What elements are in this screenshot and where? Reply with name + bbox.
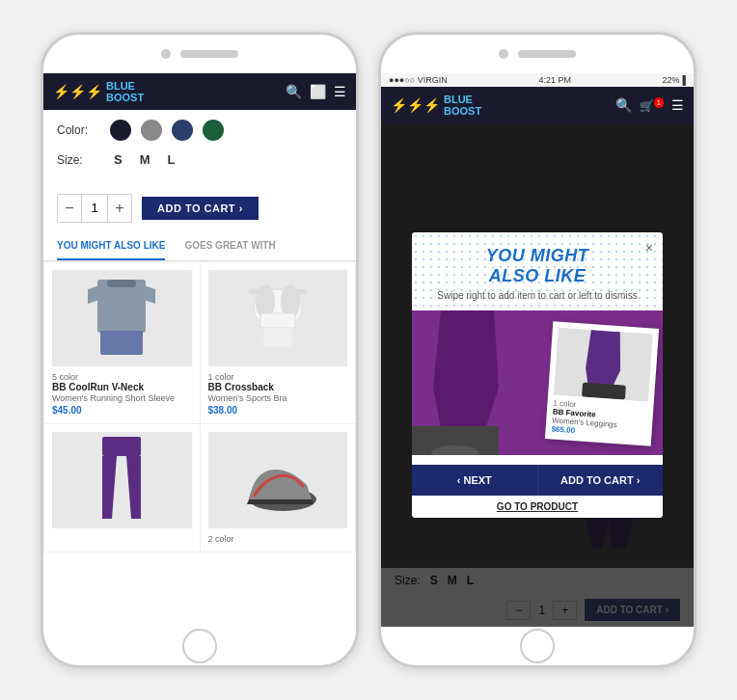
qty-value: 1 [81,195,108,222]
logo-text-2: BLUE BOOST [444,94,481,117]
size-l-button[interactable]: L [164,150,179,169]
size-s-button[interactable]: S [110,150,126,169]
svg-rect-12 [102,437,141,456]
product-type-2: Women's Sports Bra [208,393,348,403]
modal-close-button[interactable]: × [645,240,653,256]
product-options: Color: Size: S M L [43,110,356,188]
logo-1: ⚡⚡⚡ BLUE BOOST [53,80,144,103]
logo-line1: BLUE [106,80,144,92]
phone-1-screen: ⚡⚡⚡ BLUE BOOST 🔍 ⬜ ☰ Color: [43,73,356,627]
cart-icon[interactable]: ⬜ [310,84,326,99]
color-swatch-green[interactable] [203,120,224,141]
size-label: Size: [57,153,100,167]
phone-1-bottom-bar [43,627,356,665]
product-card-2: 1 color BB Crossback Women's Sports Bra … [201,262,356,423]
modal-title: YOU MIGHT ALSO LIKE [427,246,647,286]
battery-text: 22%▐ [663,75,686,85]
color-swatch-black[interactable] [110,120,131,141]
modal-card: × YOU MIGHT ALSO LIKE Swipe right to add… [412,232,663,518]
product-grid: 5 color BB CoolRun V-Neck Women's Runnin… [43,261,356,552]
svg-marker-14 [126,456,141,519]
size-m-button[interactable]: M [136,150,154,169]
size-row: Size: S M L [57,150,342,169]
tabs-row: YOU MIGHT ALSO LIKE GOES GREAT WITH [43,232,356,261]
modal-product-area: 1 color BB Favorite Women's Leggings $65… [412,310,663,465]
svg-rect-24 [582,383,626,400]
phone-2: ●●●○○ VIRGIN 4:21 PM 22%▐ ⚡⚡⚡ BLUE BOOST… [378,32,696,668]
tab-you-might-also-like[interactable]: YOU MIGHT ALSO LIKE [57,232,165,260]
phone-2-top-bar [381,35,694,73]
svg-rect-8 [260,313,295,328]
menu-icon-2[interactable]: ☰ [671,97,684,113]
modal-header: × YOU MIGHT ALSO LIKE Swipe right to add… [412,232,663,310]
qty-plus-button[interactable]: + [108,195,131,222]
product-img-1 [52,270,192,366]
product-type-1: Women's Running Short Sleeve [52,393,192,403]
product-meta-1: 5 color [52,372,192,382]
screen-background-2: × YOU MIGHT ALSO LIKE Swipe right to add… [381,123,694,627]
logo-line2-2: BOOST [444,105,481,117]
add-to-cart-button-1[interactable]: ADD TO CART › [142,197,259,220]
phone-1-speaker [180,50,238,58]
color-label: Color: [57,123,100,137]
phone-2-speaker [518,50,576,58]
qty-control: − 1 + [57,194,132,223]
product-card-3 [44,424,200,552]
svg-rect-0 [97,280,146,333]
color-row: Color: [57,120,342,141]
cart-icon-2[interactable]: 🛒1 [640,98,664,113]
phone-2-home-button[interactable] [520,629,555,663]
tab-goes-great-with[interactable]: GOES GREAT WITH [184,232,275,260]
modal-go-product-link[interactable]: GO TO PRODUCT [412,496,663,518]
qty-minus-button[interactable]: − [58,195,81,222]
product-card-1: 5 color BB CoolRun V-Neck Women's Runnin… [44,262,200,423]
product-price-2: $38.00 [208,405,348,416]
status-bar-2: ●●●○○ VIRGIN 4:21 PM 22%▐ [381,73,694,87]
logo-line2: BOOST [106,92,144,103]
modal-product-bg: 1 color BB Favorite Women's Leggings $65… [412,310,663,455]
modal-product-card-img [554,328,653,402]
menu-icon[interactable]: ☰ [334,84,346,99]
logo-bolt-icon: ⚡⚡⚡ [53,84,102,99]
product-img-3 [52,432,192,528]
color-swatch-gray[interactable] [141,120,162,141]
phone-1: ⚡⚡⚡ BLUE BOOST 🔍 ⬜ ☰ Color: [41,32,359,668]
search-icon-2[interactable]: 🔍 [615,97,632,113]
product-meta-4: 2 color [208,534,348,544]
svg-rect-4 [100,331,143,355]
phone-2-screen: ●●●○○ VIRGIN 4:21 PM 22%▐ ⚡⚡⚡ BLUE BOOST… [381,73,694,627]
phone-1-home-button[interactable] [182,629,217,663]
modal-subtitle: Swipe right to add item to cart or left … [427,290,647,301]
phone-1-camera [161,49,171,59]
svg-rect-11 [292,289,307,294]
phone-2-camera [499,49,508,59]
svg-rect-3 [107,280,136,287]
phone-1-top-bar [43,35,356,73]
product-card-4: 2 color [201,424,356,552]
color-swatch-navy[interactable] [172,120,193,141]
time-text: 4:21 PM [538,75,571,85]
modal-add-to-cart-button[interactable]: ADD TO CART › [537,465,664,496]
cart-row-1: − 1 + ADD TO CART › [43,188,356,232]
product-img-4 [208,432,348,528]
product-name-1: BB CoolRun V-Neck [52,382,192,393]
product-price-1: $45.00 [52,405,192,416]
app-header-2: ⚡⚡⚡ BLUE BOOST 🔍 🛒1 ☰ [381,87,694,123]
modal-overlay: × YOU MIGHT ALSO LIKE Swipe right to add… [381,123,694,627]
modal-title-part1: YOU MIGHT [486,246,589,265]
search-icon[interactable]: 🔍 [286,84,302,99]
app-header-1: ⚡⚡⚡ BLUE BOOST 🔍 ⬜ ☰ [43,73,356,110]
modal-actions: ‹ NEXT ADD TO CART › [412,465,663,496]
svg-marker-13 [102,456,117,519]
product-name-2: BB Crossback [208,382,348,393]
phones-container: ⚡⚡⚡ BLUE BOOST 🔍 ⬜ ☰ Color: [21,13,716,687]
logo-line1-2: BLUE [444,94,481,105]
phone-2-bottom-bar [381,627,694,665]
logo-2: ⚡⚡⚡ BLUE BOOST [391,94,481,117]
product-img-2 [208,270,348,366]
logo-text: BLUE BOOST [106,80,144,103]
modal-title-part2: ALSO LIKE [489,266,587,285]
modal-product-card: 1 color BB Favorite Women's Leggings $65… [545,321,659,445]
header-icons-1: 🔍 ⬜ ☰ [286,84,346,99]
modal-next-button[interactable]: ‹ NEXT [412,465,537,496]
